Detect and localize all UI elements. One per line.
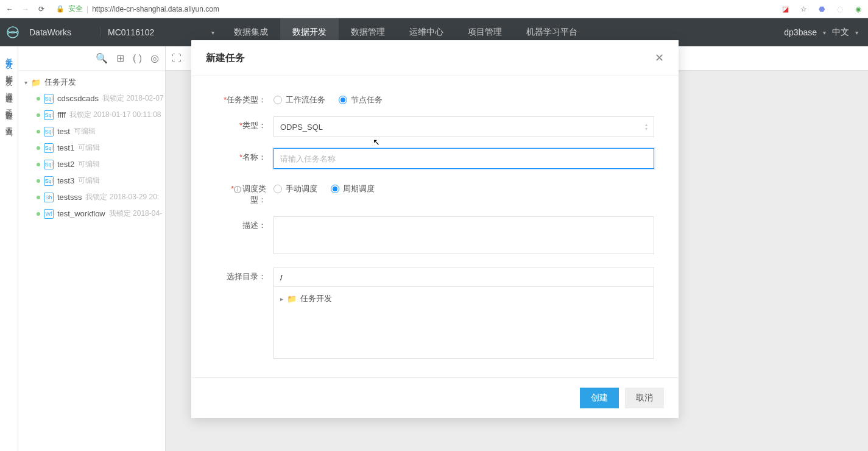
rail-functions[interactable]: 函数管理 bbox=[4, 101, 14, 111]
project-name: MC0116102 bbox=[108, 27, 154, 37]
tree-item-name: test2 bbox=[57, 160, 74, 169]
tree-item-name: test bbox=[57, 127, 70, 136]
label-desc: 描述： bbox=[242, 221, 266, 230]
status-dot-icon bbox=[37, 179, 40, 183]
brand-label: DataWorks bbox=[26, 27, 100, 37]
chevron-down-icon: ▾ bbox=[855, 29, 858, 36]
url-text: https://ide-cn-shanghai.data.aliyun.com bbox=[92, 5, 219, 13]
label-type: 类型： bbox=[242, 121, 266, 130]
folder-icon: 📁 bbox=[31, 78, 41, 87]
browser-address-bar: ← → ⟳ 🔒 安全 | https://ide-cn-shanghai.dat… bbox=[0, 0, 868, 18]
new-task-modal: 新建任务 ✕ *任务类型： 工作流任务 节点任务 *类型： ODPS_SQL ▴… bbox=[191, 40, 679, 418]
tree-item-meta: 我锁定 2018-03-29 20: bbox=[85, 192, 159, 202]
back-icon[interactable]: ← bbox=[5, 5, 15, 13]
radio-node-task[interactable]: 节点任务 bbox=[339, 94, 383, 105]
status-dot-icon bbox=[37, 146, 40, 150]
dir-tree-item[interactable]: ▸ 📁 任务开发 bbox=[280, 293, 647, 304]
directory-input[interactable] bbox=[273, 268, 654, 287]
radio-workflow-task[interactable]: 工作流任务 bbox=[273, 94, 325, 105]
tree-item-meta: 可编辑 bbox=[74, 126, 96, 137]
left-rail: 任务开发 脚本开发 资源管理 函数管理 表查询 bbox=[0, 46, 18, 451]
task-type-radio-group: 工作流任务 节点任务 bbox=[273, 91, 654, 105]
locate-icon[interactable]: ◎ bbox=[150, 52, 159, 64]
chevron-down-icon: ▾ bbox=[823, 29, 826, 36]
fullscreen-icon[interactable]: ⛶ bbox=[172, 53, 182, 64]
extension-icon-2[interactable]: ⬣ bbox=[817, 4, 827, 14]
create-button[interactable]: 创建 bbox=[580, 388, 619, 408]
type-select[interactable]: ODPS_SQL ▴▾ bbox=[273, 116, 654, 137]
extension-icon-3[interactable]: ◌ bbox=[835, 4, 845, 14]
project-selector[interactable]: MC0116102 ▾ bbox=[100, 27, 222, 37]
cancel-button[interactable]: 取消 bbox=[625, 388, 664, 408]
tree-item-meta: 可编辑 bbox=[78, 176, 100, 186]
chevron-down-icon: ▾ bbox=[24, 79, 27, 86]
status-dot-icon bbox=[37, 113, 40, 117]
schedule-radio-group: 手动调度 周期调度 bbox=[273, 180, 654, 194]
name-input[interactable] bbox=[273, 148, 654, 169]
tree-item[interactable]: Sql cdscsdcads 我锁定 2018-02-07 bbox=[18, 90, 165, 107]
select-caret-icon: ▴▾ bbox=[645, 123, 647, 131]
file-type-icon: Sql bbox=[44, 160, 54, 169]
rail-resources[interactable]: 资源管理 bbox=[4, 84, 14, 94]
tree-item[interactable]: Sql test 可编辑 bbox=[18, 123, 165, 140]
type-value: ODPS_SQL bbox=[280, 123, 323, 132]
user-label[interactable]: dp3base bbox=[784, 27, 817, 37]
status-dot-icon bbox=[37, 196, 40, 199]
add-icon[interactable]: ⊞ bbox=[116, 52, 124, 64]
tree-item-meta: 我锁定 2018-02-07 bbox=[102, 93, 164, 104]
search-icon[interactable]: 🔍 bbox=[96, 52, 108, 64]
star-icon[interactable]: ☆ bbox=[799, 4, 808, 14]
chevron-right-icon: ▸ bbox=[280, 296, 283, 302]
lang-label[interactable]: 中文 bbox=[832, 27, 849, 38]
status-dot-icon bbox=[37, 97, 40, 101]
radio-periodic[interactable]: 周期调度 bbox=[331, 183, 375, 194]
rail-script-dev[interactable]: 脚本开发 bbox=[4, 67, 14, 77]
tree-item[interactable]: Sh testsss 我锁定 2018-03-29 20: bbox=[18, 189, 165, 205]
extension-icon-1[interactable]: ◪ bbox=[780, 4, 790, 14]
side-panel: 🔍 ⊞ ( ) ◎ ▾ 📁 任务开发 Sql cdscsdcads 我锁定 20… bbox=[18, 46, 166, 451]
tree-item[interactable]: Sql test1 可编辑 bbox=[18, 140, 165, 156]
file-type-icon: Sql bbox=[44, 94, 54, 104]
tree-root-label: 任务开发 bbox=[44, 77, 76, 88]
secure-label: 安全 bbox=[68, 4, 83, 14]
tree-item-meta: 可编辑 bbox=[78, 159, 100, 169]
dir-tree-label: 任务开发 bbox=[300, 293, 332, 304]
tree-item-name: test_workflow bbox=[57, 209, 105, 218]
directory-tree: ▸ 📁 任务开发 bbox=[273, 287, 654, 359]
status-dot-icon bbox=[37, 130, 40, 133]
status-dot-icon bbox=[37, 163, 40, 166]
file-type-icon: Wf bbox=[44, 209, 54, 219]
logo-icon[interactable] bbox=[0, 25, 26, 40]
description-textarea[interactable] bbox=[273, 216, 654, 254]
tree-item[interactable]: Sql test2 可编辑 bbox=[18, 156, 165, 172]
reload-icon[interactable]: ⟳ bbox=[37, 5, 46, 13]
file-type-icon: Sql bbox=[44, 176, 54, 186]
tree-item-meta: 可编辑 bbox=[78, 143, 100, 153]
radio-manual[interactable]: 手动调度 bbox=[273, 183, 317, 194]
forward-icon[interactable]: → bbox=[21, 5, 30, 13]
file-type-icon: Sql bbox=[44, 110, 54, 120]
folder-icon: 📁 bbox=[287, 294, 297, 304]
extension-icon-4[interactable]: ◉ bbox=[853, 4, 863, 14]
side-toolbar: 🔍 ⊞ ( ) ◎ bbox=[18, 46, 165, 71]
tree-item[interactable]: Sql ffff 我锁定 2018-01-17 00:11:08 bbox=[18, 107, 165, 123]
close-icon[interactable]: ✕ bbox=[655, 51, 664, 65]
label-task-type: 任务类型： bbox=[227, 95, 266, 104]
modal-title: 新建任务 bbox=[206, 52, 245, 65]
rail-tables[interactable]: 表查询 bbox=[4, 118, 14, 127]
tree-item-meta: 我锁定 2018-04- bbox=[109, 208, 162, 219]
tree-item[interactable]: Sql test3 可编辑 bbox=[18, 172, 165, 189]
file-type-icon: Sh bbox=[44, 193, 54, 202]
status-dot-icon bbox=[37, 212, 40, 216]
chevron-down-icon: ▾ bbox=[211, 29, 214, 36]
tree-item-name: cdscsdcads bbox=[57, 94, 99, 103]
tree-item-meta: 我锁定 2018-01-17 00:11:08 bbox=[69, 110, 161, 120]
tree-item-name: ffff bbox=[57, 110, 66, 119]
tree-root[interactable]: ▾ 📁 任务开发 bbox=[18, 74, 165, 90]
label-schedule: 调度类型： bbox=[242, 184, 266, 204]
tree-item[interactable]: Wf test_workflow 我锁定 2018-04- bbox=[18, 205, 165, 222]
rail-task-dev[interactable]: 任务开发 bbox=[4, 50, 14, 60]
refresh-icon[interactable]: ( ) bbox=[133, 53, 142, 64]
label-name: 名称： bbox=[242, 152, 266, 162]
url-box[interactable]: 🔒 安全 | https://ide-cn-shanghai.data.aliy… bbox=[52, 4, 772, 14]
